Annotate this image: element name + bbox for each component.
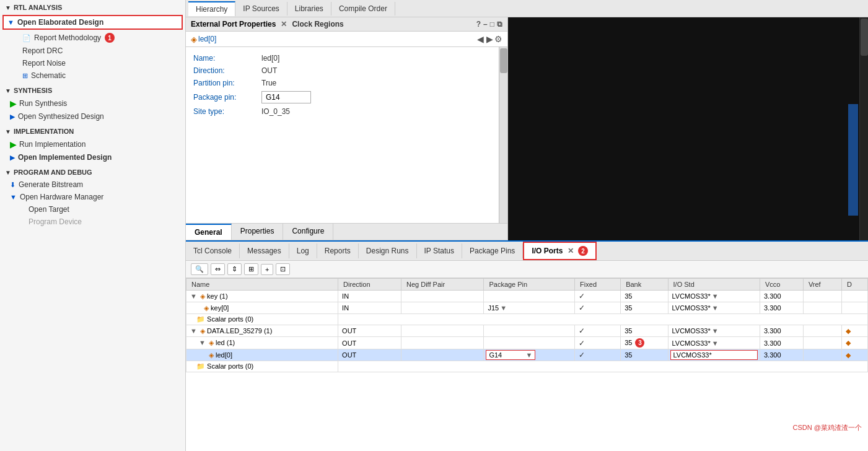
cell-vcco: 3.300 <box>760 325 803 337</box>
fixed-check-icon: ✓ <box>579 339 585 348</box>
compile-order-tab[interactable]: Compile Order <box>331 2 395 15</box>
add-button[interactable]: + <box>261 264 273 275</box>
settings-gear-icon[interactable]: ⚙ <box>494 34 502 44</box>
collapse-all-button[interactable]: ⇔ <box>211 263 225 275</box>
table-row[interactable]: ▼ ◈ DATA.LED_35279 (1) OUT ✓ 35 <box>186 325 868 337</box>
restore-icon[interactable]: ⧉ <box>497 20 502 28</box>
program-device-item[interactable]: Program Device <box>0 216 185 228</box>
package-pin-input[interactable] <box>261 91 311 103</box>
implementation-header[interactable]: ▼ IMPLEMENTATION <box>0 125 185 138</box>
cell-vref <box>803 325 841 337</box>
prop-name-row: Name: led[0] <box>186 52 499 64</box>
search-button[interactable]: 🔍 <box>191 263 208 275</box>
open-hardware-manager-item[interactable]: ▼ Open Hardware Manager <box>0 191 185 203</box>
report-methodology-item[interactable]: 📄 Report Methodology 1 <box>0 31 185 45</box>
io-std-dropdown[interactable]: LVCMOS33* ▼ <box>672 339 756 347</box>
report-drc-item[interactable]: Report DRC <box>0 45 185 57</box>
cell-vcco: 3.300 <box>760 349 803 361</box>
properties-panel: External Port Properties ✕ Clock Regions… <box>186 17 508 240</box>
synthesis-header[interactable]: ▼ SYNTHESIS <box>0 84 185 97</box>
clock-regions-tab[interactable]: Clock Regions <box>292 20 343 28</box>
report-noise-item[interactable]: Report Noise <box>0 57 185 69</box>
cell-package-pin: J15 ▼ <box>484 302 575 314</box>
cell-io-std: LVCMOS33* ▼ <box>668 337 760 349</box>
design-runs-tab[interactable]: Design Runs <box>359 243 417 258</box>
badge-2: 2 <box>578 246 588 256</box>
libraries-tab[interactable]: Libraries <box>287 2 331 15</box>
cell-direction: OUT <box>338 349 401 361</box>
cell-bank: 35 <box>621 302 668 314</box>
open-synthesized-design-item[interactable]: ▶ Open Synthesized Design <box>0 110 185 123</box>
program-debug-header[interactable]: ▼ PROGRAM AND DEBUG <box>0 166 185 178</box>
elaborated-design-chevron-icon: ▼ <box>7 19 14 26</box>
package-pin-highlighted-input[interactable]: G14 ▼ <box>486 350 535 360</box>
group-button[interactable]: ⊞ <box>244 263 258 275</box>
close-properties-button[interactable]: ✕ <box>281 20 287 28</box>
open-target-item[interactable]: Open Target <box>0 203 185 216</box>
ip-status-tab[interactable]: IP Status <box>417 243 462 258</box>
table-row[interactable]: ▼ ◈ led (1) OUT ✓ 35 3 <box>186 337 868 349</box>
expand-all-button[interactable]: ⇕ <box>227 263 242 275</box>
io-std-highlighted-value[interactable]: LVCMOS33* <box>670 350 758 360</box>
maximize-icon[interactable]: □ <box>490 20 494 28</box>
io-std-dropdown[interactable]: LVCMOS33* ▼ <box>672 304 756 312</box>
cell-bank: 35 <box>621 291 668 302</box>
log-tab[interactable]: Log <box>289 243 317 258</box>
next-arrow-button[interactable]: ▶ <box>486 34 493 44</box>
help-icon[interactable]: ? <box>476 20 481 28</box>
props-scrollbar[interactable] <box>499 47 507 223</box>
run-implementation-item[interactable]: ▶ Run Implementation <box>0 138 185 151</box>
generate-bitstream-item[interactable]: ⬇ Generate Bitstream <box>0 178 185 191</box>
props-nav: ◈ led[0] ◀ ▶ ⚙ <box>186 32 507 47</box>
io-ports-tab[interactable]: I/O Ports ✕ 2 <box>523 242 597 260</box>
cell-vcco: 3.300 <box>760 302 803 314</box>
package-pins-tab[interactable]: Package Pins <box>462 243 523 258</box>
io-std-dropdown[interactable]: LVCMOS33* ▼ <box>672 327 756 335</box>
io-ports-close-button[interactable]: ✕ <box>568 247 574 255</box>
ip-sources-tab[interactable]: IP Sources <box>235 2 287 15</box>
rtl-analysis-header[interactable]: ▼ RTL ANALYSIS <box>0 1 185 14</box>
site-type-label: Site type: <box>193 107 261 116</box>
table-row[interactable]: ◈ led[0] OUT G14 ▼ ✓ <box>186 349 868 361</box>
col-io-std: I/O Std <box>668 279 760 291</box>
cell-package-pin <box>484 325 575 337</box>
run-synthesis-item[interactable]: ▶ Run Synthesis <box>0 97 185 110</box>
partition-pin-value: True <box>261 79 276 87</box>
properties-props-tab[interactable]: Properties <box>232 224 284 240</box>
hierarchy-tab[interactable]: Hierarchy <box>188 1 235 16</box>
package-pin-dropdown[interactable]: J15 ▼ <box>488 304 571 312</box>
general-props-tab[interactable]: General <box>186 224 232 240</box>
rtl-analysis-label: RTL ANALYSIS <box>14 4 62 11</box>
external-port-properties-title: External Port Properties <box>191 20 276 28</box>
cell-name: ▼ ◈ led (1) <box>186 337 338 349</box>
package-pin-label: Package pin: <box>193 93 261 102</box>
configure-props-tab[interactable]: Configure <box>283 224 333 240</box>
messages-tab[interactable]: Messages <box>240 243 289 258</box>
prop-package-pin-row: Package pin: <box>186 89 499 105</box>
cell-direction: IN <box>338 291 401 302</box>
cell-package-pin-highlighted[interactable]: G14 ▼ <box>484 349 575 361</box>
tcl-console-tab[interactable]: Tcl Console <box>186 243 240 258</box>
io-std-dropdown[interactable]: LVCMOS33* ▼ <box>672 292 756 300</box>
cell-io-std: LVCMOS33* ▼ <box>668 291 760 302</box>
cell-fixed: ✓ <box>575 302 621 314</box>
report-noise-label: Report Noise <box>22 59 66 68</box>
name-value: led[0] <box>261 54 279 63</box>
prev-arrow-button[interactable]: ◀ <box>477 34 484 44</box>
open-elaborated-design-item[interactable]: ▼ Open Elaborated Design <box>4 16 182 28</box>
table-settings-button[interactable]: ⊡ <box>276 263 290 275</box>
table-row[interactable]: ▼ ◈ key (1) IN ✓ 35 LVCMOS33* <box>186 291 868 302</box>
schematic-item[interactable]: ⊞ Schematic <box>0 69 185 82</box>
rtl-analysis-arrow: ▼ <box>5 4 11 11</box>
col-neg-diff-pair: Neg Diff Pair <box>401 279 483 291</box>
cell-package-pin <box>484 337 575 349</box>
open-implemented-design-item[interactable]: ▶ Open Implemented Design <box>0 151 185 164</box>
minimize-icon[interactable]: – <box>483 20 488 28</box>
table-row[interactable]: ◈ key[0] IN J15 ▼ ✓ <box>186 302 868 314</box>
name-label: Name: <box>193 54 261 63</box>
cell-empty <box>338 314 868 325</box>
reports-tab[interactable]: Reports <box>317 243 359 258</box>
cell-io-std-highlighted[interactable]: LVCMOS33* <box>668 349 760 361</box>
cell-fixed: ✓ <box>575 337 621 349</box>
fixed-check-icon: ✓ <box>579 292 585 300</box>
